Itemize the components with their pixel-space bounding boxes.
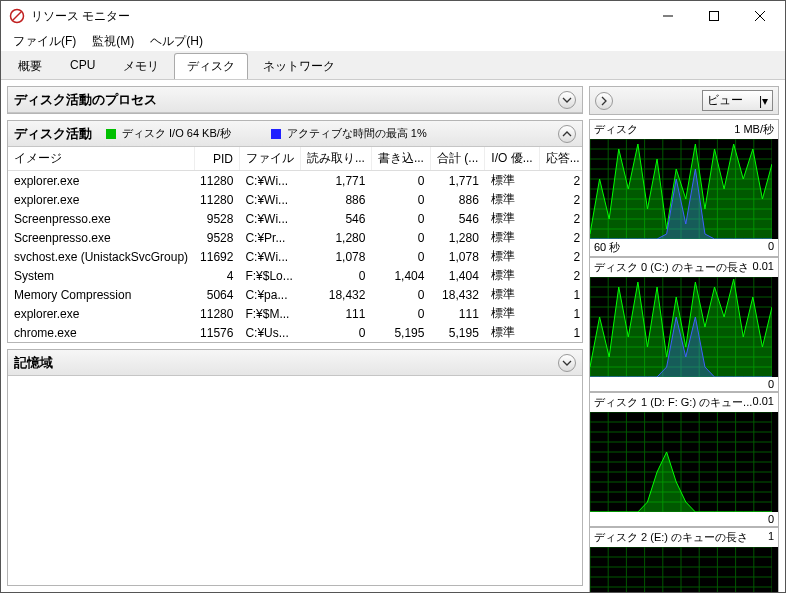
collapse-button[interactable] (558, 125, 576, 143)
tab-cpu[interactable]: CPU (57, 53, 108, 79)
tab-memory[interactable]: メモリ (110, 53, 172, 79)
table-row[interactable]: Screenpresso.exe9528C:¥Pr...1,28001,280標… (8, 228, 582, 247)
chart-canvas (590, 139, 778, 239)
chevron-right-icon (599, 96, 609, 106)
panel-storage: 記憶域 (7, 349, 583, 586)
legend-active: アクティブな時間の最高 1% (271, 126, 427, 141)
col-read[interactable]: 読み取り... (300, 147, 371, 171)
chart-3: ディスク 2 (E:) のキューの長さ1 (589, 527, 779, 592)
chart-title: ディスク 0 (C:) のキューの長さ (594, 260, 749, 275)
panel-disk-activity: ディスク活動 ディスク I/O 64 KB/秒 アクティブな時間の最高 1% (7, 120, 583, 343)
table-row[interactable]: Memory Compression5064C:¥pa...18,432018,… (8, 285, 582, 304)
chevron-up-icon (562, 129, 572, 139)
view-dropdown-label: ビュー (707, 92, 743, 109)
chart-scale: 0.01 (753, 395, 774, 410)
chart-title: ディスク (594, 122, 638, 137)
legend-active-text: アクティブな時間の最高 1% (287, 126, 427, 141)
swatch-blue (271, 129, 281, 139)
chart-title: ディスク 1 (D: F: G:) のキュー... (594, 395, 752, 410)
tabs: 概要 CPU メモリ ディスク ネットワーク (1, 51, 785, 80)
col-file[interactable]: ファイル (239, 147, 300, 171)
swatch-green (106, 129, 116, 139)
expand-button[interactable] (558, 354, 576, 372)
chart-canvas (590, 412, 778, 512)
maximize-button[interactable] (691, 1, 737, 31)
table-row[interactable]: explorer.exe11280C:¥Wi...8860886標準2 (8, 190, 582, 209)
table-row[interactable]: explorer.exe11280C:¥Wi...1,77101,771標準2 (8, 171, 582, 191)
view-dropdown[interactable]: ビュー |▾ (702, 90, 773, 111)
table-row[interactable]: System4F:¥$Lo...01,4041,404標準2 (8, 266, 582, 285)
panel-title: ディスク活動のプロセス (14, 91, 171, 109)
tab-network[interactable]: ネットワーク (250, 53, 348, 79)
panel-title: 記憶域 (14, 354, 67, 372)
table-row[interactable]: chrome.exe11576C:¥Us...05,1955,195標準1 (8, 323, 582, 342)
legend-io: ディスク I/O 64 KB/秒 (106, 126, 231, 141)
table-row[interactable]: svchost.exe (UnistackSvcGroup)11692C:¥Wi… (8, 247, 582, 266)
col-write[interactable]: 書き込... (371, 147, 430, 171)
chevron-down-icon (562, 358, 572, 368)
svg-rect-3 (710, 12, 719, 21)
table-row[interactable]: explorer.exe11280F:¥$M...1110111標準1 (8, 304, 582, 323)
expand-button[interactable] (558, 91, 576, 109)
chart-scale: 0.01 (753, 260, 774, 275)
col-response[interactable]: 応答... (539, 147, 582, 171)
col-pid[interactable]: PID (194, 147, 239, 171)
app-icon (9, 8, 25, 24)
table-row[interactable]: Screenpresso.exe9528C:¥Wi...5460546標準2 (8, 209, 582, 228)
legend-io-text: ディスク I/O 64 KB/秒 (122, 126, 231, 141)
chart-canvas (590, 277, 778, 377)
window-title: リソース モニター (31, 8, 645, 25)
svg-line-1 (13, 12, 21, 20)
side-toolbar: ビュー |▾ (589, 86, 779, 115)
titlebar[interactable]: リソース モニター (1, 1, 785, 31)
col-priority[interactable]: I/O 優... (485, 147, 539, 171)
chart-canvas (590, 547, 778, 592)
resource-monitor-window: リソース モニター ファイル(F) 監視(M) ヘルプ(H) 概要 CPU メモ… (0, 0, 786, 593)
tab-overview[interactable]: 概要 (5, 53, 55, 79)
close-button[interactable] (737, 1, 783, 31)
disk-activity-table[interactable]: イメージ PID ファイル 読み取り... 書き込... 合計 (... I/O… (8, 147, 582, 342)
col-total[interactable]: 合計 (... (430, 147, 484, 171)
chart-scale: 1 MB/秒 (734, 122, 774, 137)
chart-2: ディスク 1 (D: F: G:) のキュー...0.010 (589, 392, 779, 527)
menu-help[interactable]: ヘルプ(H) (142, 31, 211, 52)
menubar: ファイル(F) 監視(M) ヘルプ(H) (1, 31, 785, 51)
panel-title: ディスク活動 (14, 125, 106, 143)
table-header-row: イメージ PID ファイル 読み取り... 書き込... 合計 (... I/O… (8, 147, 582, 171)
minimize-button[interactable] (645, 1, 691, 31)
menu-monitor[interactable]: 監視(M) (84, 31, 142, 52)
tab-disk[interactable]: ディスク (174, 53, 248, 79)
panel-disk-processes: ディスク活動のプロセス (7, 86, 583, 114)
menu-file[interactable]: ファイル(F) (5, 31, 84, 52)
chart-scale: 1 (768, 530, 774, 545)
chart-1: ディスク 0 (C:) のキューの長さ0.010 (589, 257, 779, 392)
col-image[interactable]: イメージ (8, 147, 194, 171)
chart-0: ディスク1 MB/秒60 秒0 (589, 119, 779, 257)
chart-title: ディスク 2 (E:) のキューの長さ (594, 530, 748, 545)
chevron-down-icon (562, 95, 572, 105)
side-collapse-button[interactable] (595, 92, 613, 110)
